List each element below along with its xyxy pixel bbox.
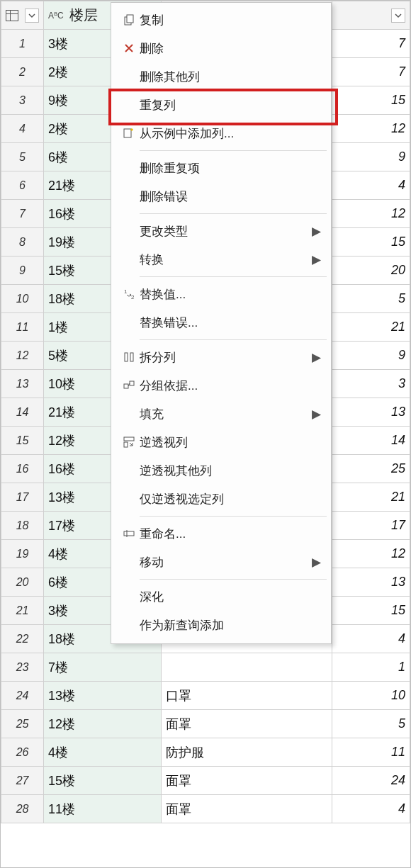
row-index[interactable]: 24 <box>1 682 44 710</box>
cell-qty[interactable]: 7 <box>332 58 410 86</box>
cell-qty[interactable]: 20 <box>332 257 410 285</box>
cell-qty[interactable]: 10 <box>332 682 410 710</box>
menu-delete[interactable]: 删除 <box>111 34 331 62</box>
cell-qty[interactable]: 25 <box>332 455 410 483</box>
menu-remove-duplicates[interactable]: 删除重复项 <box>111 154 331 182</box>
cell-qty[interactable]: 24 <box>332 767 410 795</box>
row-index[interactable]: 9 <box>1 257 44 285</box>
menu-rename[interactable]: 重命名... <box>111 519 331 548</box>
row-index[interactable]: 15 <box>1 427 44 455</box>
menu-add-as-new-query[interactable]: 作为新查询添加 <box>111 611 331 639</box>
menu-move[interactable]: 移动 ▶ <box>111 548 331 576</box>
row-index[interactable]: 10 <box>1 285 44 313</box>
table-select-all[interactable] <box>1 1 44 30</box>
cell-qty[interactable]: 9 <box>332 342 410 370</box>
row-index[interactable]: 5 <box>1 143 44 171</box>
menu-unpivot-selected-columns[interactable]: 仅逆透视选定列 <box>111 485 331 513</box>
row-index[interactable]: 22 <box>1 625 44 653</box>
cell-qty[interactable]: 12 <box>332 540 410 568</box>
cell-item[interactable]: 面罩 <box>162 710 332 738</box>
row-index[interactable]: 14 <box>1 398 44 427</box>
cell-qty[interactable]: 7 <box>332 30 410 58</box>
cell-item[interactable]: 口罩 <box>162 682 332 710</box>
table-row[interactable]: 2715楼面罩24 <box>1 767 410 795</box>
cell-qty[interactable]: 21 <box>332 313 410 342</box>
cell-qty[interactable]: 13 <box>332 398 410 427</box>
row-index[interactable]: 18 <box>1 512 44 540</box>
cell-qty[interactable]: 9 <box>332 143 410 171</box>
menu-drill-down[interactable]: 深化 <box>111 582 331 611</box>
cell-qty[interactable]: 12 <box>332 200 410 228</box>
column-menu-button[interactable] <box>391 9 405 23</box>
cell-qty[interactable]: 11 <box>332 738 410 767</box>
menu-split-column[interactable]: 拆分列 ▶ <box>111 343 331 371</box>
row-index[interactable]: 12 <box>1 342 44 370</box>
menu-duplicate-column[interactable]: 重复列 <box>111 91 331 119</box>
cell-floor[interactable]: 11楼 <box>44 795 162 823</box>
cell-qty[interactable]: 5 <box>332 710 410 738</box>
column-header-c[interactable] <box>332 1 410 30</box>
row-index[interactable]: 2 <box>1 58 44 86</box>
cell-item[interactable] <box>162 653 332 682</box>
cell-qty[interactable]: 15 <box>332 228 410 257</box>
menu-remove-errors[interactable]: 删除错误 <box>111 182 331 210</box>
cell-qty[interactable]: 3 <box>332 370 410 398</box>
menu-add-column-from-examples[interactable]: 从示例中添加列... <box>111 119 331 147</box>
cell-floor[interactable]: 15楼 <box>44 767 162 795</box>
cell-item[interactable]: 防护服 <box>162 738 332 767</box>
row-index[interactable]: 20 <box>1 568 44 597</box>
cell-floor[interactable]: 4楼 <box>44 738 162 767</box>
row-index[interactable]: 28 <box>1 795 44 823</box>
row-index[interactable]: 13 <box>1 370 44 398</box>
cell-qty[interactable]: 17 <box>332 512 410 540</box>
table-row[interactable]: 2811楼面罩4 <box>1 795 410 823</box>
table-row[interactable]: 2413楼口罩10 <box>1 682 410 710</box>
cell-qty[interactable]: 1 <box>332 653 410 682</box>
cell-qty[interactable]: 4 <box>332 625 410 653</box>
row-index[interactable]: 25 <box>1 710 44 738</box>
row-index[interactable]: 19 <box>1 540 44 568</box>
menu-fill[interactable]: 填充 ▶ <box>111 400 331 428</box>
row-index[interactable]: 27 <box>1 767 44 795</box>
row-index[interactable]: 23 <box>1 653 44 682</box>
menu-unpivot-columns[interactable]: 逆透视列 <box>111 428 331 456</box>
cell-item[interactable]: 面罩 <box>162 767 332 795</box>
menu-replace-errors[interactable]: 替换错误... <box>111 308 331 337</box>
menu-replace-values[interactable]: 12 替换值... <box>111 280 331 308</box>
row-index[interactable]: 3 <box>1 86 44 115</box>
cell-qty[interactable]: 13 <box>332 568 410 597</box>
row-index[interactable]: 11 <box>1 313 44 342</box>
table-menu-button[interactable] <box>25 9 39 23</box>
row-index[interactable]: 1 <box>1 30 44 58</box>
row-index[interactable]: 7 <box>1 200 44 228</box>
row-index[interactable]: 6 <box>1 171 44 200</box>
menu-change-type[interactable]: 更改类型 ▶ <box>111 217 331 245</box>
cell-floor[interactable]: 13楼 <box>44 682 162 710</box>
cell-qty[interactable]: 15 <box>332 597 410 625</box>
row-index[interactable]: 26 <box>1 738 44 767</box>
table-row[interactable]: 264楼防护服11 <box>1 738 410 767</box>
menu-transform[interactable]: 转换 ▶ <box>111 245 331 274</box>
menu-delete-other-columns[interactable]: 删除其他列 <box>111 62 331 91</box>
table-row[interactable]: 237楼1 <box>1 653 410 682</box>
row-index[interactable]: 17 <box>1 483 44 512</box>
cell-qty[interactable]: 15 <box>332 86 410 115</box>
cell-qty[interactable]: 4 <box>332 171 410 200</box>
menu-group-by[interactable]: 分组依据... <box>111 371 331 400</box>
row-index[interactable]: 8 <box>1 228 44 257</box>
cell-qty[interactable]: 5 <box>332 285 410 313</box>
svg-rect-11 <box>124 531 134 536</box>
cell-qty[interactable]: 4 <box>332 795 410 823</box>
row-index[interactable]: 16 <box>1 455 44 483</box>
table-row[interactable]: 2512楼面罩5 <box>1 710 410 738</box>
cell-item[interactable]: 面罩 <box>162 795 332 823</box>
menu-copy[interactable]: 复制 <box>111 6 331 34</box>
cell-floor[interactable]: 12楼 <box>44 710 162 738</box>
cell-floor[interactable]: 7楼 <box>44 653 162 682</box>
row-index[interactable]: 21 <box>1 597 44 625</box>
row-index[interactable]: 4 <box>1 115 44 143</box>
menu-unpivot-other-columns[interactable]: 逆透视其他列 <box>111 456 331 485</box>
cell-qty[interactable]: 21 <box>332 483 410 512</box>
cell-qty[interactable]: 14 <box>332 427 410 455</box>
cell-qty[interactable]: 12 <box>332 115 410 143</box>
